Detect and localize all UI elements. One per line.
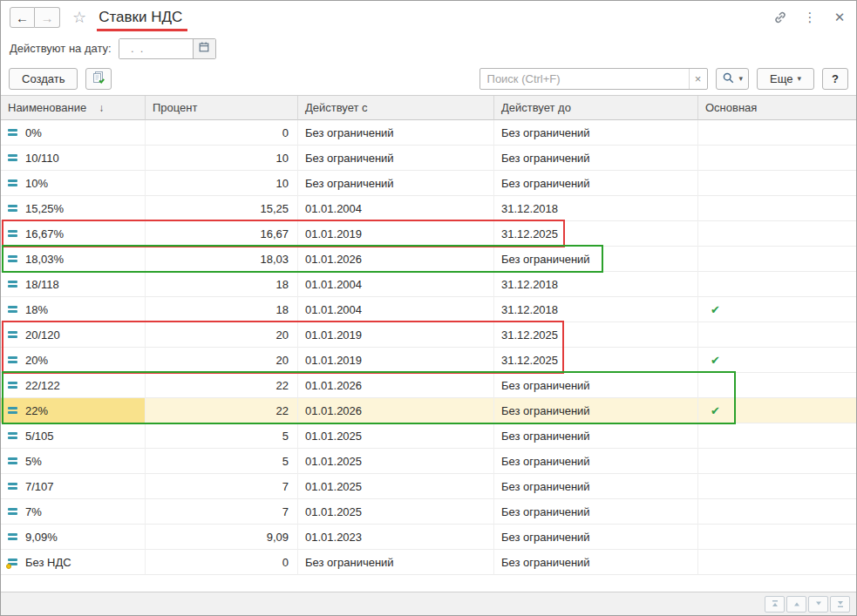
valid-to-cell[interactable]: Без ограничений (494, 550, 698, 575)
main-flag-cell[interactable] (698, 146, 856, 171)
valid-to-cell[interactable]: Без ограничений (494, 171, 698, 196)
column-header-valid-to[interactable]: Действует до (494, 96, 698, 120)
valid-from-cell[interactable]: 01.01.2025 (298, 474, 494, 499)
valid-from-cell[interactable]: 01.01.2004 (298, 272, 494, 297)
name-cell[interactable]: 22/122 (1, 373, 146, 398)
go-first-button[interactable] (765, 596, 785, 613)
valid-from-cell[interactable]: 01.01.2025 (298, 423, 494, 449)
main-flag-cell[interactable] (698, 322, 856, 348)
table-row[interactable]: 7/107 7 01.01.2025 Без ограничений (1, 474, 856, 499)
name-cell[interactable]: 16,67% (1, 221, 146, 247)
name-cell[interactable]: 10/110 (1, 146, 146, 171)
search-input[interactable] (480, 72, 689, 85)
help-button[interactable]: ? (822, 68, 848, 90)
name-cell[interactable]: 5% (1, 449, 146, 474)
name-cell[interactable]: 22% (1, 398, 146, 423)
main-flag-cell[interactable] (698, 499, 856, 525)
table-row[interactable]: 18% 18 01.01.2004 31.12.2018 ✔ (1, 297, 856, 322)
valid-to-cell[interactable]: 31.12.2018 (494, 297, 698, 322)
valid-to-cell[interactable]: Без ограничений (494, 449, 698, 474)
main-flag-cell[interactable] (698, 525, 856, 550)
percent-cell[interactable]: 16,67 (146, 221, 298, 247)
copy-button[interactable] (85, 68, 112, 90)
percent-cell[interactable]: 22 (146, 373, 298, 398)
main-flag-cell[interactable] (698, 423, 856, 449)
valid-to-cell[interactable]: 31.12.2025 (494, 221, 698, 247)
valid-to-cell[interactable]: 31.12.2018 (494, 196, 698, 221)
table-row[interactable]: 15,25% 15,25 01.01.2004 31.12.2018 (1, 196, 856, 221)
calendar-button[interactable] (193, 39, 215, 58)
table-row[interactable]: 9,09% 9,09 01.01.2023 Без ограничений (1, 525, 856, 550)
valid-to-cell[interactable]: Без ограничений (494, 120, 698, 146)
percent-cell[interactable]: 5 (146, 449, 298, 474)
column-header-percent[interactable]: Процент (146, 96, 298, 120)
create-button[interactable]: Создать (9, 68, 78, 90)
name-cell[interactable]: 18/118 (1, 272, 146, 297)
main-flag-cell[interactable] (698, 272, 856, 297)
search-clear-button[interactable]: × (689, 69, 707, 89)
percent-cell[interactable]: 10 (146, 171, 298, 196)
percent-cell[interactable]: 7 (146, 474, 298, 499)
table-row[interactable]: 5% 5 01.01.2025 Без ограничений (1, 449, 856, 474)
go-previous-button[interactable] (786, 596, 806, 613)
favorite-star-icon[interactable]: ☆ (72, 8, 86, 27)
table-row[interactable]: 20/120 20 01.01.2019 31.12.2025 (1, 322, 856, 348)
valid-from-cell[interactable]: Без ограничений (298, 550, 494, 575)
table-row[interactable]: 7% 7 01.01.2025 Без ограничений (1, 499, 856, 525)
percent-cell[interactable]: 22 (146, 398, 298, 423)
main-flag-cell[interactable] (698, 550, 856, 575)
name-cell[interactable]: 20% (1, 348, 146, 373)
more-menu-icon[interactable]: ⋮ (802, 10, 818, 25)
table-row[interactable]: 22% 22 01.01.2026 Без ограничений ✔ (1, 398, 856, 423)
valid-to-cell[interactable]: Без ограничений (494, 146, 698, 171)
percent-cell[interactable]: 20 (146, 322, 298, 348)
valid-from-cell[interactable]: 01.01.2019 (298, 348, 494, 373)
valid-from-cell[interactable]: 01.01.2004 (298, 196, 494, 221)
percent-cell[interactable]: 18,03 (146, 247, 298, 272)
table-row[interactable]: 18/118 18 01.01.2004 31.12.2018 (1, 272, 856, 297)
name-cell[interactable]: 20/120 (1, 322, 146, 348)
name-cell[interactable]: 9,09% (1, 525, 146, 550)
main-flag-cell[interactable] (698, 196, 856, 221)
valid-to-cell[interactable]: Без ограничений (494, 398, 698, 423)
valid-from-cell[interactable]: 01.01.2026 (298, 373, 494, 398)
valid-from-cell[interactable]: 01.01.2023 (298, 525, 494, 550)
valid-from-cell[interactable]: Без ограничений (298, 146, 494, 171)
name-cell[interactable]: 18,03% (1, 247, 146, 272)
valid-to-cell[interactable]: Без ограничений (494, 525, 698, 550)
name-cell[interactable]: 5/105 (1, 423, 146, 449)
valid-to-cell[interactable]: Без ограничений (494, 499, 698, 525)
main-flag-cell[interactable] (698, 221, 856, 247)
forward-button[interactable]: → (35, 7, 60, 28)
more-button[interactable]: Еще▾ (757, 68, 814, 90)
name-cell[interactable]: 7% (1, 499, 146, 525)
table-row[interactable]: 0% 0 Без ограничений Без ограничений (1, 120, 856, 146)
valid-from-cell[interactable]: 01.01.2019 (298, 322, 494, 348)
main-flag-cell[interactable]: ✔ (698, 398, 856, 423)
table-row[interactable]: 16,67% 16,67 01.01.2019 31.12.2025 (1, 221, 856, 247)
valid-to-cell[interactable]: 31.12.2025 (494, 322, 698, 348)
valid-to-cell[interactable]: Без ограничений (494, 247, 698, 272)
go-next-button[interactable] (808, 596, 828, 613)
percent-cell[interactable]: 18 (146, 297, 298, 322)
close-icon[interactable]: ✕ (832, 10, 847, 25)
main-flag-cell[interactable]: ✔ (698, 297, 856, 322)
percent-cell[interactable]: 18 (146, 272, 298, 297)
valid-from-cell[interactable]: Без ограничений (298, 120, 494, 146)
name-cell[interactable]: 10% (1, 171, 146, 196)
percent-cell[interactable]: 10 (146, 146, 298, 171)
table-row[interactable]: 18,03% 18,03 01.01.2026 Без ограничений (1, 247, 856, 272)
percent-cell[interactable]: 20 (146, 348, 298, 373)
valid-from-cell[interactable]: 01.01.2026 (298, 398, 494, 423)
name-cell[interactable]: 7/107 (1, 474, 146, 499)
main-flag-cell[interactable] (698, 373, 856, 398)
main-flag-cell[interactable] (698, 247, 856, 272)
main-flag-cell[interactable] (698, 449, 856, 474)
valid-to-cell[interactable]: Без ограничений (494, 373, 698, 398)
valid-from-cell[interactable]: 01.01.2026 (298, 247, 494, 272)
valid-from-cell[interactable]: 01.01.2019 (298, 221, 494, 247)
column-header-name[interactable]: Наименование↓ (1, 96, 146, 120)
date-input[interactable] (119, 39, 193, 58)
name-cell[interactable]: 15,25% (1, 196, 146, 221)
column-header-main[interactable]: Основная (698, 96, 856, 120)
